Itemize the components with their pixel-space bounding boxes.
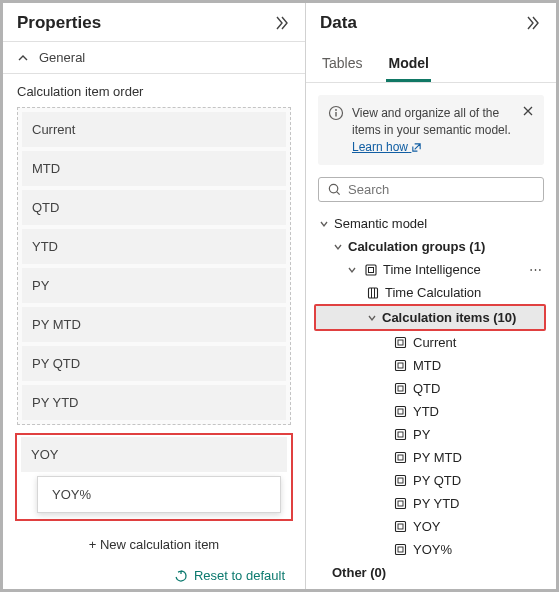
info-text: View and organize all of the items in yo… bbox=[352, 105, 514, 155]
svg-rect-16 bbox=[398, 409, 403, 414]
svg-rect-27 bbox=[396, 545, 406, 555]
properties-panel: Properties General Calculation item orde… bbox=[3, 3, 306, 589]
search-input[interactable] bbox=[348, 182, 535, 197]
svg-rect-14 bbox=[398, 386, 403, 391]
chevron-up-icon bbox=[17, 52, 29, 64]
svg-rect-25 bbox=[396, 522, 406, 532]
calc-item-icon bbox=[392, 336, 409, 349]
search-icon bbox=[327, 182, 342, 197]
tree-item[interactable]: PY MTD bbox=[314, 446, 548, 469]
order-item[interactable]: Current bbox=[22, 112, 286, 147]
learn-how-link[interactable]: Learn how bbox=[352, 140, 422, 154]
collapse-right-icon[interactable] bbox=[271, 13, 291, 33]
svg-rect-19 bbox=[396, 453, 406, 463]
tree-other[interactable]: Other (0) bbox=[314, 561, 548, 584]
svg-rect-6 bbox=[368, 288, 377, 298]
order-item[interactable]: YOY bbox=[21, 437, 287, 472]
tree-calculation-groups[interactable]: Calculation groups (1) bbox=[314, 235, 548, 258]
order-item[interactable]: MTD bbox=[22, 151, 286, 186]
tree-item[interactable]: MTD bbox=[314, 354, 548, 377]
svg-rect-10 bbox=[398, 340, 403, 345]
tree-item[interactable]: PY YTD bbox=[314, 492, 548, 515]
tab-model[interactable]: Model bbox=[386, 47, 430, 82]
svg-rect-2 bbox=[335, 112, 336, 117]
reset-label: Reset to default bbox=[194, 568, 285, 583]
svg-point-3 bbox=[329, 185, 337, 193]
highlight-drag-region: YOY YOY% bbox=[15, 433, 293, 521]
new-calculation-item-button[interactable]: + New calculation item bbox=[17, 527, 291, 560]
svg-rect-11 bbox=[396, 361, 406, 371]
svg-rect-22 bbox=[398, 478, 403, 483]
info-icon bbox=[328, 105, 344, 121]
svg-rect-4 bbox=[366, 265, 376, 275]
reset-icon bbox=[174, 569, 188, 583]
calc-item-icon bbox=[392, 451, 409, 464]
calc-item-icon bbox=[392, 405, 409, 418]
order-item[interactable]: PY YTD bbox=[22, 385, 286, 420]
info-banner: View and organize all of the items in yo… bbox=[318, 95, 544, 165]
general-label: General bbox=[39, 50, 85, 65]
column-icon bbox=[364, 286, 381, 300]
svg-rect-18 bbox=[398, 432, 403, 437]
tree-item[interactable]: YOY bbox=[314, 515, 548, 538]
tree-item[interactable]: YTD bbox=[314, 400, 548, 423]
data-panel: Data Tables Model View and organize all … bbox=[306, 3, 556, 589]
properties-title: Properties bbox=[17, 13, 101, 33]
calc-group-icon bbox=[362, 263, 379, 277]
svg-rect-23 bbox=[396, 499, 406, 509]
order-item[interactable]: QTD bbox=[22, 190, 286, 225]
tree-item[interactable]: QTD bbox=[314, 377, 548, 400]
tree-item[interactable]: YOY% bbox=[314, 538, 548, 561]
svg-rect-17 bbox=[396, 430, 406, 440]
general-section-header[interactable]: General bbox=[3, 41, 305, 74]
data-tabs: Tables Model bbox=[306, 41, 556, 83]
chevron-down-icon bbox=[318, 219, 330, 229]
calc-item-icon bbox=[392, 497, 409, 510]
svg-rect-21 bbox=[396, 476, 406, 486]
svg-rect-12 bbox=[398, 363, 403, 368]
search-box[interactable] bbox=[318, 177, 544, 202]
tree-time-intelligence[interactable]: Time Intelligence ⋯ bbox=[314, 258, 548, 281]
calc-item-icon bbox=[392, 520, 409, 533]
tab-tables[interactable]: Tables bbox=[320, 47, 364, 82]
close-icon[interactable] bbox=[522, 105, 534, 117]
data-title: Data bbox=[320, 13, 357, 33]
svg-rect-9 bbox=[396, 338, 406, 348]
tree-item[interactable]: Current bbox=[314, 331, 548, 354]
chevron-down-icon bbox=[366, 313, 378, 323]
tree-calculation-items[interactable]: Calculation items (10) bbox=[314, 304, 546, 331]
model-tree: Semantic model Calculation groups (1) Ti… bbox=[306, 212, 556, 592]
field-label: Calculation item order bbox=[3, 74, 305, 105]
tree-item[interactable]: PY bbox=[314, 423, 548, 446]
order-item[interactable]: PY QTD bbox=[22, 346, 286, 381]
calc-item-icon bbox=[392, 359, 409, 372]
tree-item[interactable]: PY QTD bbox=[314, 469, 548, 492]
calculation-item-order-list: Current MTD QTD YTD PY PY MTD PY QTD PY … bbox=[17, 107, 291, 425]
tree-time-calculation[interactable]: Time Calculation bbox=[314, 281, 548, 304]
svg-rect-13 bbox=[396, 384, 406, 394]
chevron-down-icon bbox=[346, 265, 358, 275]
dragging-item[interactable]: YOY% bbox=[37, 476, 281, 513]
order-item[interactable]: PY bbox=[22, 268, 286, 303]
svg-rect-15 bbox=[396, 407, 406, 417]
chevron-down-icon bbox=[332, 242, 344, 252]
svg-rect-5 bbox=[368, 267, 373, 272]
collapse-right-icon[interactable] bbox=[522, 13, 542, 33]
calc-item-icon bbox=[392, 543, 409, 556]
svg-rect-26 bbox=[398, 524, 403, 529]
svg-point-1 bbox=[335, 109, 337, 111]
calc-item-icon bbox=[392, 474, 409, 487]
tree-root[interactable]: Semantic model bbox=[314, 212, 548, 235]
order-item[interactable]: PY MTD bbox=[22, 307, 286, 342]
calc-item-icon bbox=[392, 428, 409, 441]
svg-rect-20 bbox=[398, 455, 403, 460]
calc-item-icon bbox=[392, 382, 409, 395]
reset-to-default-button[interactable]: Reset to default bbox=[3, 560, 305, 591]
svg-rect-24 bbox=[398, 501, 403, 506]
svg-rect-28 bbox=[398, 547, 403, 552]
more-icon[interactable]: ⋯ bbox=[527, 262, 544, 277]
order-item[interactable]: YTD bbox=[22, 229, 286, 264]
